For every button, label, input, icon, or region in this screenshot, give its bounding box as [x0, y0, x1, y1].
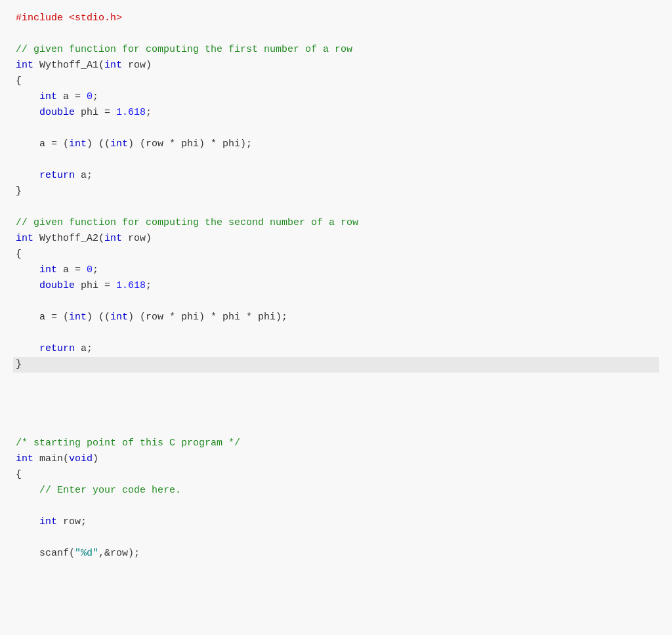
- line-a-assign-2: a = (int) ((int) (row * phi) * phi * phi…: [13, 310, 659, 325]
- line-brace-open-main: {: [13, 467, 659, 483]
- code-editor[interactable]: #include <stdio.h> // given function for…: [0, 0, 672, 635]
- blank-line-10: [13, 420, 659, 436]
- line-brace-close-2: }: [13, 357, 659, 373]
- line-comment-1: // given function for computing the firs…: [13, 42, 659, 58]
- blank-line-2: [13, 121, 659, 136]
- line-main-decl: int main(void): [13, 451, 659, 467]
- line-int-row: int row;: [13, 514, 659, 530]
- line-comment-2: // given function for computing the seco…: [13, 215, 659, 231]
- line-int-a: int a = 0;: [13, 89, 659, 105]
- blank-line-9: [13, 404, 659, 420]
- line-1: #include <stdio.h>: [13, 10, 659, 26]
- line-return-2: return a;: [13, 341, 659, 357]
- line-func-wythoff-a1-decl: int Wythoff_A1(int row): [13, 58, 659, 73]
- line-return-1: return a;: [13, 168, 659, 184]
- line-brace-open-1: {: [13, 73, 659, 89]
- blank-line-8: [13, 388, 659, 404]
- blank-line-12: [13, 530, 659, 546]
- blank-line-4: [13, 199, 659, 215]
- line-scanf: scanf("%d",&row);: [13, 546, 659, 562]
- line-int-a-2: int a = 0;: [13, 262, 659, 278]
- line-comment-main: /* starting point of this C program */: [13, 436, 659, 451]
- line-func-wythoff-a2-decl: int Wythoff_A2(int row): [13, 231, 659, 247]
- blank-line-5: [13, 294, 659, 310]
- line-comment-enter: // Enter your code here.: [13, 483, 659, 499]
- blank-line-11: [13, 499, 659, 514]
- line-a-assign-1: a = (int) ((int) (row * phi) * phi);: [13, 136, 659, 152]
- line-brace-close-1: }: [13, 184, 659, 199]
- line-double-phi-2: double phi = 1.618;: [13, 278, 659, 294]
- blank-line-6: [13, 325, 659, 341]
- blank-line-3: [13, 152, 659, 168]
- line-brace-open-2: {: [13, 247, 659, 262]
- blank-line-7: [13, 373, 659, 388]
- blank-line-1: [13, 26, 659, 42]
- line-double-phi-1: double phi = 1.618;: [13, 105, 659, 121]
